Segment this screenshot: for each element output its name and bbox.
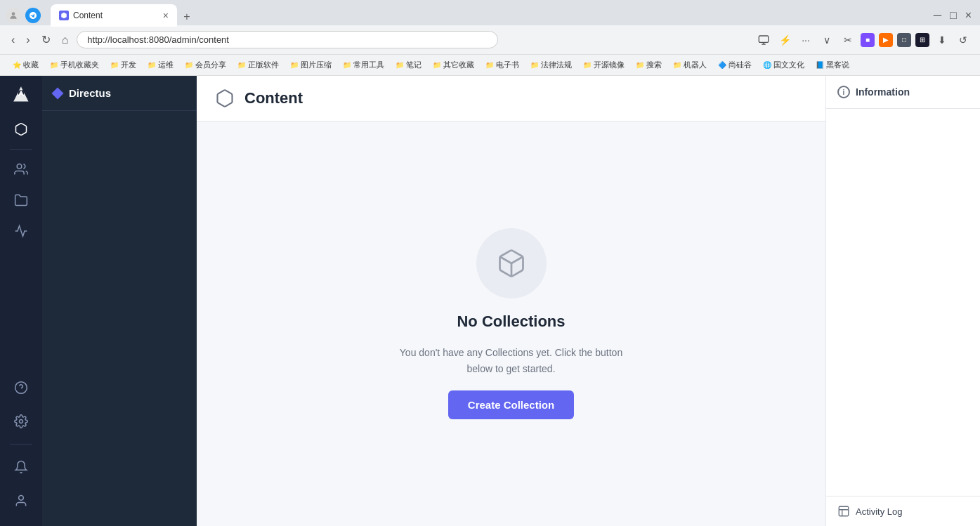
bookmark-mirror[interactable]: 📁 开源镜像	[579, 58, 629, 72]
insights-nav-item[interactable]	[7, 217, 35, 245]
bookmark-ebooks[interactable]: 📁 电子书	[481, 58, 523, 72]
bookmark-search[interactable]: 📁 搜索	[632, 58, 666, 72]
ext2-icon[interactable]: ▶	[879, 33, 893, 47]
telegram-icon[interactable]	[25, 8, 41, 23]
create-collection-button[interactable]: Create Collection	[448, 390, 574, 419]
cut-icon[interactable]: ✂	[839, 32, 856, 48]
nav-divider-bottom	[10, 444, 32, 445]
bookmark-label: 法律法规	[541, 60, 572, 70]
ext1-icon[interactable]: ■	[861, 33, 875, 47]
tab-close-button[interactable]: ×	[163, 11, 169, 20]
folder-icon: 📁	[50, 61, 58, 69]
folder-icon: 📁	[433, 61, 441, 69]
bookmark-label: 手机收藏夹	[60, 60, 99, 70]
bookmark-label: 正版软件	[248, 60, 279, 70]
bookmark-software[interactable]: 📁 正版软件	[233, 58, 283, 72]
folder-icon: 📁	[343, 61, 351, 69]
bookmark-other[interactable]: 📁 其它收藏	[429, 58, 478, 72]
browser-title-bar: Content × + ─ □ ×	[0, 0, 980, 25]
download-icon[interactable]: ⬇	[934, 32, 950, 48]
more-options-icon[interactable]: ···	[797, 32, 814, 48]
secondary-sidebar: Directus	[42, 76, 197, 526]
empty-description: You don't have any Collections yet. Clic…	[399, 345, 624, 376]
bookmark-members[interactable]: 📁 会员分享	[181, 58, 230, 72]
svg-point-6	[19, 496, 24, 501]
right-panel-header: i Information	[826, 76, 980, 109]
refresh2-icon[interactable]: ↺	[955, 32, 972, 48]
folder-icon: 📁	[636, 61, 644, 69]
close-window-button[interactable]: ×	[965, 9, 972, 22]
app-container: Directus Content No Collections Y	[0, 76, 980, 526]
help-nav-item[interactable]	[7, 374, 35, 402]
page-title: Content	[244, 89, 303, 107]
nav-sidebar	[0, 76, 42, 526]
folder-icon: 📁	[185, 61, 193, 69]
users-nav-item[interactable]	[7, 155, 35, 183]
forward-button[interactable]: ›	[23, 31, 32, 49]
sidebar-title: Directus	[69, 87, 111, 99]
bookmark-silicone[interactable]: 🔷 尚硅谷	[714, 58, 756, 72]
ext3-icon[interactable]: □	[897, 33, 911, 47]
tab-title: Content	[73, 11, 103, 20]
dropdown-icon[interactable]: ∨	[818, 32, 835, 48]
active-tab[interactable]: Content ×	[51, 4, 177, 27]
empty-state-icon	[476, 228, 547, 298]
screen-icon[interactable]	[755, 32, 772, 48]
bookmark-label: 收藏	[23, 60, 39, 70]
window-controls: ─ □ ×	[934, 9, 974, 22]
bookmark-culture[interactable]: 🌐 国文文化	[759, 58, 809, 72]
folder-icon: 📁	[237, 61, 246, 69]
refresh-button[interactable]: ↻	[39, 30, 53, 49]
files-nav-item[interactable]	[7, 186, 35, 214]
right-panel-footer[interactable]: Activity Log	[826, 496, 980, 526]
bookmark-label: 尚硅谷	[729, 60, 752, 70]
bookmark-favorites[interactable]: ⭐ 收藏	[8, 58, 43, 72]
nav-divider	[10, 149, 32, 150]
svg-rect-8	[839, 506, 849, 516]
bookmark-tools[interactable]: 📁 常用工具	[339, 58, 388, 72]
folder-icon: 📁	[110, 61, 119, 69]
new-tab-button[interactable]: +	[177, 7, 197, 27]
app-logo[interactable]	[8, 81, 34, 107]
activity-log-icon	[837, 505, 850, 518]
minimize-button[interactable]: ─	[934, 9, 941, 22]
back-button[interactable]: ‹	[8, 31, 18, 49]
page-body: No Collections You don't have any Collec…	[197, 121, 825, 526]
bookmark-mobile[interactable]: 📁 手机收藏夹	[46, 58, 103, 72]
bookmark-label: 图片压缩	[301, 60, 332, 70]
folder-icon: 📁	[673, 61, 681, 69]
content-nav-item[interactable]	[7, 115, 35, 143]
information-title: Information	[856, 86, 910, 98]
folder-icon: 📁	[396, 61, 404, 69]
bookmark-law[interactable]: 📁 法律法规	[526, 58, 576, 72]
bookmark-imgcomp[interactable]: 📁 图片压缩	[286, 58, 336, 72]
profile-avatar[interactable]	[6, 8, 21, 23]
bookmark-notes[interactable]: 📁 笔记	[391, 58, 426, 72]
book-icon: 📘	[816, 61, 824, 69]
bookmark-label: 电子书	[496, 60, 519, 70]
bookmarks-bar: ⭐ 收藏 📁 手机收藏夹 📁 开发 📁 运维 📁 会员分享 📁 正版软件 📁 图…	[0, 55, 980, 76]
settings-nav-item[interactable]	[7, 407, 35, 435]
nav-bottom	[7, 374, 35, 520]
content-page-icon	[214, 87, 236, 110]
bookmark-hacker[interactable]: 📘 黑客说	[811, 58, 854, 72]
page-header: Content	[197, 76, 825, 121]
maximize-button[interactable]: □	[950, 9, 957, 22]
address-bar[interactable]	[77, 31, 498, 48]
directus-diamond-icon	[52, 87, 64, 99]
notifications-nav-item[interactable]	[7, 453, 35, 481]
user-avatar-nav[interactable]	[7, 487, 35, 515]
activity-log-label: Activity Log	[856, 506, 902, 517]
lightning-icon[interactable]: ⚡	[776, 32, 793, 48]
bookmark-robot[interactable]: 📁 机器人	[669, 58, 711, 72]
home-button[interactable]: ⌂	[59, 31, 72, 49]
bookmark-label: 开源镜像	[594, 60, 625, 70]
svg-point-0	[12, 12, 15, 15]
folder-icon: 📁	[485, 61, 494, 69]
bookmark-dev[interactable]: 📁 开发	[106, 58, 141, 72]
ext4-icon[interactable]: ⊞	[915, 33, 929, 47]
right-panel-body	[826, 109, 980, 496]
svg-point-3	[17, 164, 22, 169]
bookmark-ops[interactable]: 📁 运维	[143, 58, 178, 72]
bookmark-label: 黑客说	[826, 60, 849, 70]
